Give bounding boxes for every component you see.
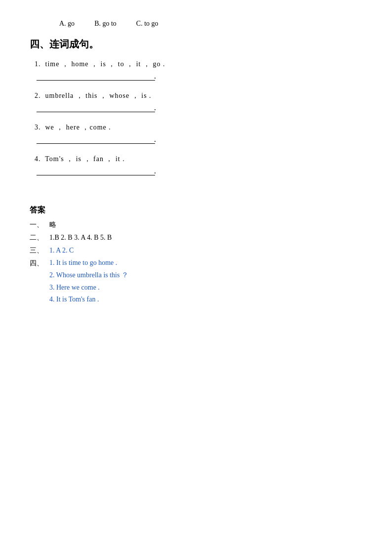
exercise-1-text: 1. time ， home ， is ， to ， it ， go .	[35, 60, 362, 69]
answer-four-item-4: 4. It is Tom's fan .	[49, 296, 128, 303]
answer-row-2: 二、 1.B 2. B 3. A 4. B 5. B	[30, 233, 362, 242]
exercise-1: 1. time ， home ， is ， to ， it ， go .	[35, 60, 362, 81]
answer-four-item-4-text: 4. It is Tom's fan .	[49, 296, 99, 303]
exercise-4-answer-line	[37, 168, 155, 175]
answer-four-items: 1. It is time to go home . 2. Whose umbr…	[49, 259, 128, 307]
answer-four-item-2-text: 2. Whose umbrella is this ？	[49, 271, 128, 279]
exercise-2-text: 2. umbrella ， this ， whose ， is .	[35, 91, 362, 100]
section-title: 四、连词成句。	[30, 38, 362, 51]
answer-section: 答案 一、 略 二、 1.B 2. B 3. A 4. B 5. B 三、 1.…	[30, 205, 362, 307]
exercise-2: 2. umbrella ， this ， whose ， is .	[35, 91, 362, 112]
answer-label-2: 二、	[30, 233, 44, 242]
answer-four-item-1-text: 1. It is time to go home .	[49, 259, 117, 266]
exercise-1-answer-line	[37, 73, 155, 81]
answer-row-1: 一、 略	[30, 220, 362, 229]
exercises-container: 1. time ， home ， is ， to ， it ， go . 2. …	[30, 60, 362, 175]
answer-label-1: 一、	[30, 220, 44, 229]
option-c: C. to go	[136, 20, 158, 28]
option-b: B. go to	[94, 20, 117, 28]
answer-four-item-3: 3. Here we come .	[49, 284, 128, 292]
answer-title: 答案	[30, 205, 362, 215]
option-a: A. go	[59, 20, 75, 28]
answer-content-1: 略	[49, 220, 56, 229]
exercise-3: 3. we ， here ，come .	[35, 123, 362, 144]
answer-content-2: 1.B 2. B 3. A 4. B 5. B	[49, 234, 112, 242]
exercise-4: 4. Tom's ， is ， fan ， it .	[35, 155, 362, 175]
exercise-3-answer-line	[37, 136, 155, 144]
exercise-3-text: 3. we ， here ，come .	[35, 123, 362, 132]
answer-four-item-1: 1. It is time to go home .	[49, 259, 128, 267]
exercise-4-text: 4. Tom's ， is ， fan ， it .	[35, 155, 362, 164]
answer-label-3: 三、	[30, 246, 44, 255]
answer-content-3: 1. A 2. C	[49, 247, 74, 255]
answer-four-item-2: 2. Whose umbrella is this ？	[49, 271, 128, 280]
answer-row-3: 三、 1. A 2. C	[30, 246, 362, 255]
answer-label-four: 四、	[30, 259, 44, 268]
answer-four-item-3-text: 3. Here we come .	[49, 284, 100, 291]
options-row: A. go B. go to C. to go	[59, 20, 362, 28]
exercise-2-answer-line	[37, 104, 155, 112]
answer-row-four-label: 四、 1. It is time to go home . 2. Whose u…	[30, 259, 362, 307]
